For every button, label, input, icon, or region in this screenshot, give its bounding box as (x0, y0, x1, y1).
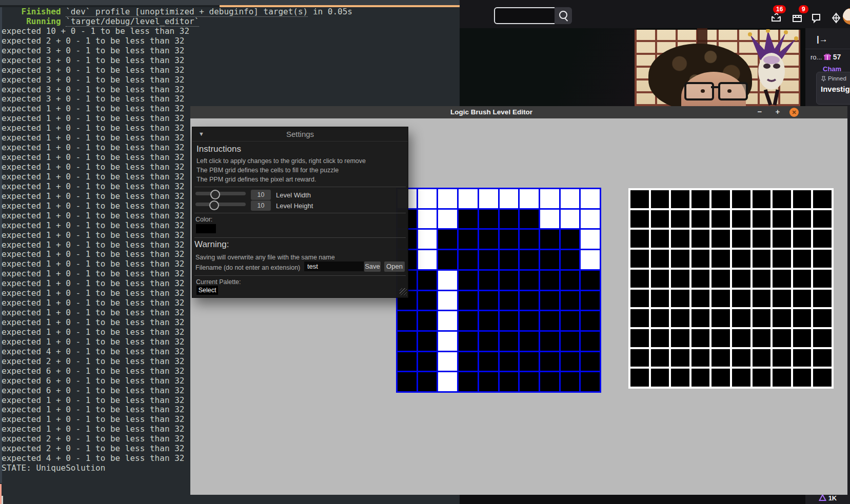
ppm-cell[interactable] (691, 349, 710, 367)
pbm-cell[interactable] (479, 230, 498, 249)
ppm-cell[interactable] (753, 250, 771, 268)
ppm-cell[interactable] (732, 290, 750, 308)
pbm-cell[interactable] (459, 271, 478, 290)
ppm-cell[interactable] (691, 270, 710, 288)
ppm-cell[interactable] (671, 230, 689, 248)
ppm-cell[interactable] (793, 250, 812, 268)
ppm-cell[interactable] (711, 349, 730, 367)
ppm-cell[interactable] (793, 369, 812, 387)
ppm-cell[interactable] (813, 349, 832, 367)
pbm-cell[interactable] (438, 210, 457, 229)
ppm-cell[interactable] (753, 349, 771, 367)
ppm-cell[interactable] (691, 369, 710, 387)
pbm-cell[interactable] (479, 210, 498, 229)
ppm-cell[interactable] (773, 230, 791, 248)
ppm-cell[interactable] (813, 290, 832, 308)
ppm-cell[interactable] (813, 250, 832, 268)
gift-leaders-row[interactable]: ro... 57 (811, 53, 841, 61)
ppm-cell[interactable] (732, 369, 750, 387)
level-width-slider-knob[interactable] (210, 190, 220, 199)
pbm-cell[interactable] (438, 372, 457, 391)
pbm-cell[interactable] (479, 189, 498, 208)
pbm-cell[interactable] (398, 352, 417, 371)
ppm-cell[interactable] (732, 349, 750, 367)
pbm-cell[interactable] (438, 189, 457, 208)
pbm-cell[interactable] (459, 352, 478, 371)
pbm-cell[interactable] (398, 332, 417, 351)
pbm-cell[interactable] (418, 372, 437, 391)
ppm-cell[interactable] (813, 210, 832, 228)
ppm-cell[interactable] (732, 190, 750, 208)
pbm-cell[interactable] (459, 230, 478, 249)
ppm-cell[interactable] (651, 270, 669, 288)
pbm-cell[interactable] (500, 372, 519, 391)
pbm-puzzle-grid[interactable] (396, 188, 601, 393)
pbm-cell[interactable] (581, 372, 600, 391)
pbm-cell[interactable] (479, 291, 498, 310)
ppm-cell[interactable] (813, 329, 832, 347)
pbm-cell[interactable] (438, 332, 457, 351)
maximize-button[interactable]: + (773, 107, 783, 116)
ppm-cell[interactable] (732, 329, 750, 347)
search-input[interactable] (494, 7, 562, 24)
pbm-cell[interactable] (581, 210, 600, 229)
ppm-cell[interactable] (630, 230, 649, 248)
pbm-cell[interactable] (459, 291, 478, 310)
ppm-cell[interactable] (732, 270, 750, 288)
ppm-cell[interactable] (793, 190, 812, 208)
pbm-cell[interactable] (418, 250, 437, 269)
pbm-cell[interactable] (520, 271, 539, 290)
pbm-cell[interactable] (540, 311, 559, 330)
ppm-cell[interactable] (671, 270, 689, 288)
pbm-cell[interactable] (581, 230, 600, 249)
pbm-cell[interactable] (438, 230, 457, 249)
ppm-cell[interactable] (691, 230, 710, 248)
pbm-cell[interactable] (540, 210, 559, 229)
level-height-value[interactable]: 10 (251, 200, 271, 211)
ppm-cell[interactable] (691, 290, 710, 308)
ppm-cell[interactable] (711, 190, 730, 208)
open-button[interactable]: Open (384, 261, 405, 272)
pbm-cell[interactable] (561, 189, 580, 208)
pbm-cell[interactable] (459, 250, 478, 269)
pbm-cell[interactable] (540, 291, 559, 310)
ppm-cell[interactable] (793, 290, 812, 308)
ppm-cell[interactable] (711, 290, 730, 308)
ppm-cell[interactable] (793, 230, 812, 248)
ppm-cell[interactable] (671, 290, 689, 308)
pbm-cell[interactable] (438, 352, 457, 371)
ppm-cell[interactable] (651, 290, 669, 308)
ppm-cell[interactable] (753, 369, 771, 387)
pbm-cell[interactable] (500, 332, 519, 351)
pbm-cell[interactable] (581, 291, 600, 310)
stream-video[interactable] (460, 28, 805, 106)
ppm-cell[interactable] (711, 329, 730, 347)
pbm-cell[interactable] (500, 189, 519, 208)
pbm-cell[interactable] (520, 250, 539, 269)
pbm-cell[interactable] (459, 210, 478, 229)
ppm-cell[interactable] (711, 309, 730, 327)
pbm-cell[interactable] (520, 230, 539, 249)
ppm-cell[interactable] (651, 329, 669, 347)
pbm-cell[interactable] (561, 291, 580, 310)
pbm-cell[interactable] (520, 332, 539, 351)
ppm-cell[interactable] (732, 250, 750, 268)
pbm-cell[interactable] (540, 189, 559, 208)
pbm-cell[interactable] (581, 332, 600, 351)
ppm-cell[interactable] (671, 369, 689, 387)
pbm-cell[interactable] (561, 250, 580, 269)
level-height-slider[interactable] (195, 203, 246, 206)
pbm-cell[interactable] (520, 189, 539, 208)
filename-input[interactable] (304, 261, 364, 271)
ppm-cell[interactable] (753, 329, 771, 347)
pbm-cell[interactable] (500, 230, 519, 249)
ppm-cell[interactable] (753, 290, 771, 308)
pbm-cell[interactable] (520, 210, 539, 229)
collapse-chat-icon[interactable]: |→ (817, 34, 828, 45)
pbm-cell[interactable] (561, 372, 580, 391)
pbm-cell[interactable] (479, 271, 498, 290)
pbm-cell[interactable] (438, 271, 457, 290)
ppm-cell[interactable] (651, 230, 669, 248)
ppm-cell[interactable] (813, 369, 832, 387)
ppm-cell[interactable] (753, 190, 771, 208)
